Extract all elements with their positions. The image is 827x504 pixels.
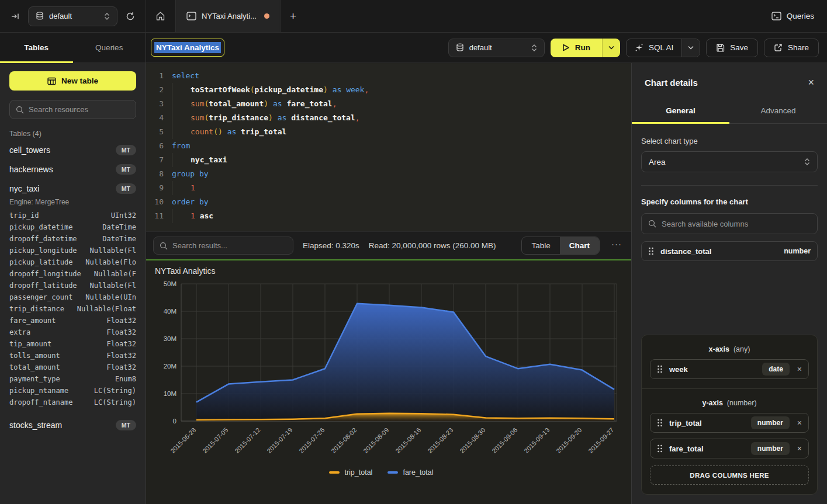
chart-type-select[interactable]: Area [641, 151, 818, 172]
run-database-selector[interactable]: default [448, 39, 545, 57]
query-toolbar: NYTaxi Analytics default Run [146, 33, 827, 63]
svg-text:2015-07-19: 2015-07-19 [265, 426, 293, 454]
column-row-pickup_latitude[interactable]: pickup_latitudeNullable(Flo [9, 256, 136, 268]
query-tab-label: NYTaxi Analyti... [202, 12, 257, 20]
close-panel-button[interactable]: × [808, 77, 814, 88]
column-row-dropoff_datetime[interactable]: dropoff_datetimeDateTime [9, 233, 136, 245]
query-title-input[interactable]: NYTaxi Analytics [151, 39, 224, 57]
sql-editor[interactable]: 1select2toStartOfWeek(pickup_datetime) a… [146, 63, 631, 231]
column-name: week [669, 365, 688, 374]
column-row-pickup_longitude[interactable]: pickup_longitudeNullable(Fl [9, 245, 136, 256]
sidebar-collapse-button[interactable] [8, 9, 22, 23]
sql-ai-button-group: SQL AI [626, 39, 700, 57]
sidebar-search-input[interactable]: Search resources [9, 100, 136, 119]
column-row-tolls_amount[interactable]: tolls_amountFloat32 [9, 350, 136, 362]
sql-ai-button[interactable]: SQL AI [627, 39, 681, 57]
chevron-updown-icon [531, 44, 537, 52]
svg-text:20M: 20M [164, 363, 177, 370]
run-options-button[interactable] [602, 39, 620, 57]
view-toggle-chart[interactable]: Chart [560, 237, 599, 254]
query-workspace: 1select2toStartOfWeek(pickup_datetime) a… [146, 63, 631, 504]
column-row-extra[interactable]: extraFloat32 [9, 326, 136, 338]
remove-column-button[interactable]: × [796, 364, 802, 374]
database-selector[interactable]: default [28, 6, 117, 26]
results-search-placeholder: Search results... [172, 241, 227, 250]
database-icon [36, 12, 44, 20]
column-card-week[interactable]: weekdate× [650, 359, 809, 379]
column-row-passenger_count[interactable]: passenger_countNullable(UIn [9, 291, 136, 303]
home-tab[interactable] [146, 0, 175, 32]
tables-list: cell_towersMThackernewsMTnyc_taxiMTEngin… [9, 140, 136, 435]
legend-item-trip_total[interactable]: trip_total [329, 468, 372, 477]
sql-ai-label: SQL AI [649, 43, 673, 52]
column-row-dropoff_longitude[interactable]: dropoff_longitudeNullable(F [9, 268, 136, 280]
column-row-total_amount[interactable]: total_amountFloat32 [9, 362, 136, 373]
svg-text:2015-07-05: 2015-07-05 [201, 426, 229, 454]
table-name: cell_towers [9, 145, 50, 155]
columns-search-placeholder: Search available columns [662, 220, 748, 228]
results-search-input[interactable]: Search results... [153, 237, 293, 255]
unsaved-indicator-dot [264, 13, 269, 19]
engine-badge: MT [116, 183, 136, 194]
column-card-trip_total[interactable]: trip_totalnumber× [650, 413, 809, 433]
svg-text:2015-09-27: 2015-09-27 [587, 426, 615, 454]
column-row-trip_id[interactable]: trip_idUInt32 [9, 210, 136, 221]
sql-ai-options-button[interactable] [681, 39, 700, 57]
column-row-pickup_ntaname[interactable]: pickup_ntanameLC(String) [9, 385, 136, 397]
remove-column-button[interactable]: × [796, 444, 802, 453]
run-button[interactable]: Run [551, 39, 602, 57]
tab-general[interactable]: General [632, 99, 729, 123]
column-row-tip_amount[interactable]: tip_amountFloat32 [9, 338, 136, 350]
query-tab-nytaxi[interactable]: NYTaxi Analyti... [175, 0, 281, 32]
results-bar: Search results... Elapsed: 0.320s Read: … [146, 231, 631, 259]
chart-details-panel: Chart details × General Advanced Select … [631, 63, 827, 504]
table-item-stocks_stream[interactable]: stocks_streamMT [9, 415, 136, 435]
svg-text:2015-08-30: 2015-08-30 [458, 426, 486, 454]
column-row-fare_amount[interactable]: fare_amountFloat32 [9, 315, 136, 326]
chart-legend: trip_totalfare_total [146, 468, 617, 477]
sidebar-tab-queries[interactable]: Queries [73, 33, 146, 62]
queries-button[interactable]: Queries [771, 12, 814, 20]
new-tab-button[interactable]: + [281, 0, 306, 32]
code-line-11: 111 asc [146, 209, 631, 223]
area-chart[interactable]: 010M20M30M40M50M2015-06-282015-07-052015… [146, 260, 631, 502]
new-table-button[interactable]: New table [9, 71, 136, 91]
x-axis-section: x-axis (any) weekdate× [642, 335, 817, 388]
rows-read: Read: 20,000,000 rows (260.00 MB) [369, 241, 496, 250]
view-toggle-table[interactable]: Table [522, 237, 559, 254]
table-item-cell_towers[interactable]: cell_towersMT [9, 140, 136, 159]
column-row-pickup_datetime[interactable]: pickup_datetimeDateTime [9, 221, 136, 233]
save-icon [716, 43, 725, 52]
drag-handle-icon[interactable] [657, 419, 663, 427]
column-row-dropoff_ntaname[interactable]: dropoff_ntanameLC(String) [9, 397, 136, 408]
results-menu-button[interactable]: ··· [609, 239, 624, 252]
remove-column-button[interactable]: × [796, 418, 802, 427]
share-button[interactable]: Share [764, 39, 819, 57]
column-row-trip_distance[interactable]: trip_distanceNullable(Float [9, 303, 136, 315]
column-row-dropoff_latitude[interactable]: dropoff_latitudeNullable(Fl [9, 280, 136, 291]
tab-advanced[interactable]: Advanced [729, 99, 827, 123]
sidebar-tab-tables[interactable]: Tables [0, 33, 73, 62]
database-icon [456, 43, 464, 52]
column-card-distance_total[interactable]: distance_totalnumber [641, 241, 818, 261]
drag-handle-icon[interactable] [648, 247, 654, 255]
column-row-payment_type[interactable]: payment_typeEnum8 [9, 373, 136, 385]
drag-handle-icon[interactable] [657, 444, 663, 453]
drag-handle-icon[interactable] [657, 365, 663, 373]
table-item-nyc_taxi[interactable]: nyc_taxiMT [9, 179, 136, 198]
drag-columns-dropzone[interactable]: DRAG COLUMNS HERE [650, 465, 809, 485]
tab-strip: NYTaxi Analyti... + [146, 0, 306, 32]
svg-text:2015-09-06: 2015-09-06 [490, 426, 518, 454]
table-item-hackernews[interactable]: hackernewsMT [9, 159, 136, 179]
topbar-left: default [0, 0, 146, 32]
columns-search-input[interactable]: Search available columns [641, 213, 818, 234]
divider [641, 185, 818, 186]
table-engine-label: Engine: MergeTree [9, 198, 136, 206]
column-card-fare_total[interactable]: fare_totalnumber× [650, 439, 809, 458]
svg-text:40M: 40M [164, 308, 177, 315]
save-button[interactable]: Save [706, 39, 758, 57]
refresh-button[interactable] [123, 9, 137, 23]
svg-text:0: 0 [173, 418, 177, 425]
elapsed-time: Elapsed: 0.320s [303, 241, 359, 250]
legend-item-fare_total[interactable]: fare_total [387, 468, 433, 477]
